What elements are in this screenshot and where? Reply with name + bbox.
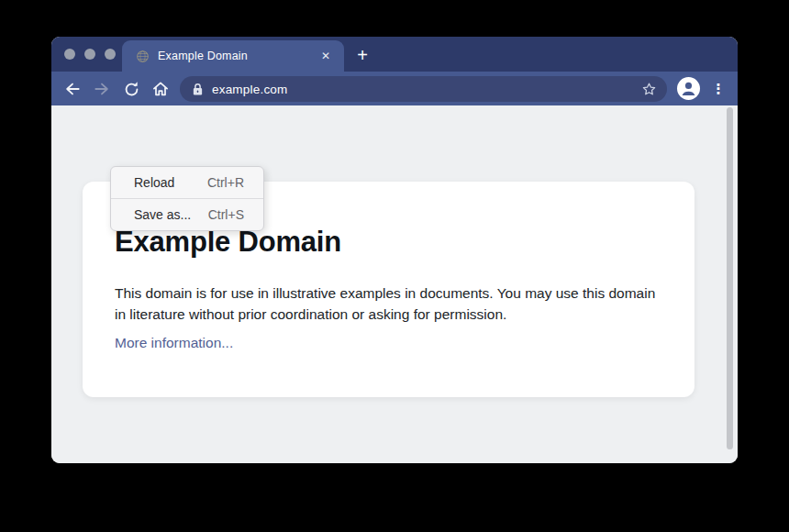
globe-favicon-icon bbox=[136, 50, 150, 63]
zoom-window-button[interactable] bbox=[105, 49, 116, 60]
scrollbar[interactable] bbox=[727, 107, 733, 449]
forward-arrow-icon bbox=[93, 80, 111, 98]
tab-close-icon[interactable]: ✕ bbox=[318, 49, 333, 63]
browser-menu-button[interactable]: ⋮ bbox=[709, 76, 728, 101]
back-button[interactable] bbox=[61, 77, 84, 101]
context-menu-item-save-as[interactable]: Save as... Ctrl+S bbox=[111, 199, 263, 230]
profile-button[interactable] bbox=[677, 77, 700, 100]
menu-item-label: Save as... bbox=[134, 207, 191, 222]
forward-button[interactable] bbox=[90, 77, 114, 101]
new-tab-button[interactable]: + bbox=[350, 42, 375, 68]
url-input[interactable] bbox=[212, 83, 640, 96]
titlebar[interactable]: Example Domain ✕ + bbox=[51, 37, 738, 72]
desktop-background: { "browser": { "tab": { "title": "Exampl… bbox=[0, 0, 789, 532]
window-controls bbox=[64, 49, 116, 60]
reload-button[interactable] bbox=[119, 77, 143, 101]
menu-item-shortcut: Ctrl+S bbox=[208, 207, 244, 222]
reload-icon bbox=[123, 81, 140, 98]
scrollbar-track bbox=[725, 105, 736, 463]
lock-icon bbox=[192, 83, 204, 96]
navigation-toolbar: ⋮ bbox=[51, 72, 738, 105]
page-paragraph: This domain is for use in illustrative e… bbox=[115, 283, 658, 325]
page-viewport: Example Domain This domain is for use in… bbox=[51, 105, 738, 463]
tab-title: Example Domain bbox=[158, 50, 318, 62]
context-menu-item-reload[interactable]: Reload Ctrl+R bbox=[111, 167, 263, 198]
back-arrow-icon bbox=[63, 80, 82, 98]
bookmark-star-icon[interactable] bbox=[640, 81, 658, 98]
tab-example-domain[interactable]: Example Domain ✕ bbox=[122, 40, 344, 72]
profile-person-icon bbox=[677, 77, 700, 100]
address-bar[interactable] bbox=[180, 76, 667, 102]
more-information-link[interactable]: More information... bbox=[115, 335, 233, 351]
browser-window: Example Domain ✕ + bbox=[51, 37, 738, 463]
context-menu: Reload Ctrl+R Save as... Ctrl+S bbox=[110, 166, 264, 231]
close-window-button[interactable] bbox=[64, 49, 75, 60]
minimize-window-button[interactable] bbox=[84, 49, 95, 60]
menu-item-label: Reload bbox=[134, 175, 174, 190]
menu-item-shortcut: Ctrl+R bbox=[207, 175, 244, 190]
home-icon bbox=[151, 80, 170, 98]
home-button[interactable] bbox=[149, 77, 172, 101]
